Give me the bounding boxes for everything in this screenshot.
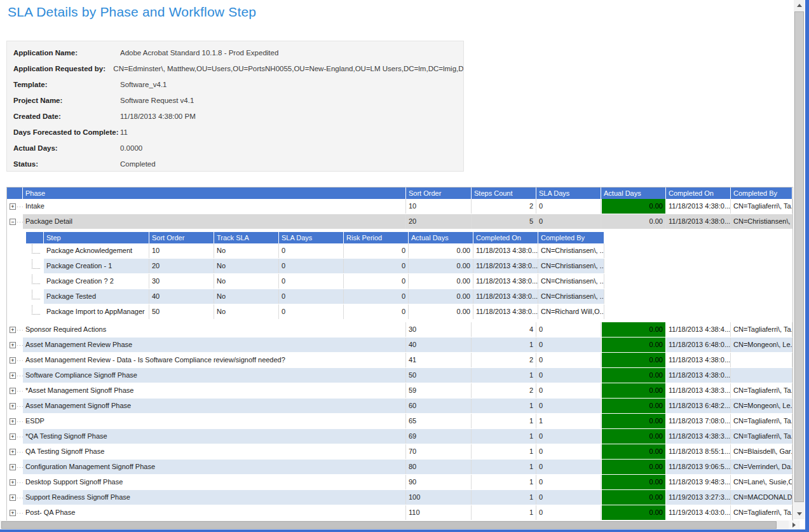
expand-icon[interactable]: + bbox=[10, 372, 16, 379]
expand-icon[interactable]: + bbox=[10, 433, 16, 440]
tree-branch-icon bbox=[32, 244, 40, 254]
cell-steps-count: 4 bbox=[472, 322, 536, 337]
phase-row[interactable]: +····Software Compliance Signoff Phase50… bbox=[7, 368, 792, 383]
tree-icon-cell: +···· bbox=[7, 399, 23, 413]
cell-sort-order: 10 bbox=[406, 199, 472, 214]
cell-sort-order: 20 bbox=[406, 214, 472, 229]
cell-completed-by: CN=Christiansen\, ... bbox=[538, 259, 604, 273]
phase-row[interactable]: −····Package Detail20500.0011/18/2013 4:… bbox=[7, 214, 792, 229]
cell-sort-order: 100 bbox=[406, 490, 472, 505]
expand-icon[interactable]: + bbox=[10, 357, 16, 364]
cell-completed-by: CN=Verrinder\, Da... bbox=[731, 460, 792, 474]
phase-row[interactable]: +····*Asset Management Signoff Phase5920… bbox=[7, 383, 792, 399]
info-row: Created Date:11/18/2013 4:38:00 PM bbox=[7, 108, 463, 124]
phase-row[interactable]: +····Configuration Management Signoff Ph… bbox=[7, 460, 792, 475]
vertical-scroll-thumb[interactable] bbox=[794, 11, 804, 502]
expand-icon[interactable]: + bbox=[10, 327, 16, 333]
grid-header-row: StepSort OrderTrack SLASLA DaysRisk Peri… bbox=[26, 232, 604, 243]
cell-completed-on: 11/18/2013 4:38:0... bbox=[666, 368, 731, 383]
cell-completed-by: CN=Tagliaferri\, Ta... bbox=[731, 505, 792, 520]
cell-completed-by: CN=Tagliaferri\, Ta... bbox=[731, 383, 792, 398]
cell-completed-on: 11/18/2013 4:38:3... bbox=[666, 383, 731, 398]
tree-icon-cell: +···· bbox=[7, 475, 23, 489]
cell-name: Package Creation - 1 bbox=[44, 259, 149, 273]
cell-sla-days: 0 bbox=[279, 259, 344, 273]
info-value: Adobe Acrobat Standard 10.1.8 - Prod Exp… bbox=[120, 49, 278, 57]
header-cell-sla-days: SLA Days bbox=[279, 232, 344, 243]
phase-row[interactable]: +····Support Readiness Signoff Phase1001… bbox=[7, 490, 792, 505]
cell-completed-on: 11/18/2013 4:38:0... bbox=[666, 353, 731, 367]
cell-completed-on: 11/18/2013 6:48:0... bbox=[666, 338, 731, 352]
collapse-icon[interactable]: − bbox=[10, 219, 16, 225]
cell-actual-days: 0.00 bbox=[409, 289, 473, 304]
info-label: Application Requested by: bbox=[13, 65, 113, 72]
expand-icon[interactable]: + bbox=[10, 203, 16, 210]
phase-row[interactable]: +····Sponsor Required Actions30400.0011/… bbox=[7, 322, 792, 338]
tree-branch-icon bbox=[32, 290, 40, 299]
scroll-right-button[interactable] bbox=[789, 521, 799, 529]
cell-sort-order: 69 bbox=[406, 429, 472, 444]
phase-row[interactable]: +····QA Testing Signoff Phase70100.0011/… bbox=[7, 444, 792, 460]
cell-sort-order: 70 bbox=[406, 444, 472, 459]
cell-name: Package Import to AppManager bbox=[44, 304, 149, 319]
cell-completed-by: CN=Tagliaferri\, Ta... bbox=[731, 199, 792, 214]
tree-icon-cell: +···· bbox=[7, 490, 23, 505]
cell-actual-days: 0.00 bbox=[409, 243, 473, 258]
expand-icon[interactable]: + bbox=[10, 479, 16, 486]
cell-completed-by: CN=Mongeon\, Le... bbox=[731, 399, 792, 413]
cell-completed-on: 11/18/2013 4:38:0... bbox=[473, 274, 538, 289]
phase-row[interactable]: +····*QA Testing Signoff Phase69100.0011… bbox=[7, 429, 792, 444]
header-cell-sort-order: Sort Order bbox=[406, 188, 472, 199]
step-row[interactable]: Package Creation ? 230No000.0011/18/2013… bbox=[26, 274, 604, 289]
cell-sla-days: 0 bbox=[536, 490, 601, 505]
step-row[interactable]: Package Tested40No000.0011/18/2013 4:38:… bbox=[26, 289, 604, 304]
phase-row[interactable]: +····Asset Management Review Phase40100.… bbox=[7, 338, 792, 353]
step-row[interactable]: Package Import to AppManager50No000.0011… bbox=[26, 304, 604, 320]
info-label: Days Forecasted to Complete: bbox=[13, 128, 120, 136]
cell-completed-by: CN=Christiansen\, ... bbox=[538, 289, 604, 304]
expand-icon[interactable]: + bbox=[10, 494, 16, 501]
cell-steps-count: 1 bbox=[472, 399, 536, 413]
cell-completed-by: CN=Blaisdell\, Gar... bbox=[731, 444, 792, 459]
phase-row[interactable]: +····Asset Management Review - Data - Is… bbox=[7, 353, 792, 368]
step-row[interactable]: Package Acknowledgement10No000.0011/18/2… bbox=[26, 243, 604, 259]
expand-icon[interactable]: + bbox=[10, 464, 16, 470]
phase-row[interactable]: +····ESDP65110.0011/18/2013 7:08:0...CN=… bbox=[7, 414, 792, 429]
expand-icon[interactable]: + bbox=[10, 388, 16, 394]
cell-sla-days: 1 bbox=[536, 414, 601, 428]
cell-actual-days: 0.00 bbox=[601, 353, 666, 367]
header-cell-track-sla: Track SLA bbox=[214, 232, 279, 243]
horizontal-scrollbar[interactable] bbox=[0, 521, 799, 529]
expand-icon[interactable]: + bbox=[10, 418, 16, 425]
header-cell-completed-by: Completed By bbox=[731, 188, 792, 199]
cell-steps-count: 1 bbox=[472, 414, 536, 428]
expand-icon[interactable]: + bbox=[10, 342, 16, 348]
cell-sort-order: 30 bbox=[406, 322, 472, 337]
cell-completed-on: 11/18/2013 7:08:0... bbox=[666, 414, 731, 428]
tree-dots-icon: ···· bbox=[17, 342, 23, 348]
expand-icon[interactable]: + bbox=[10, 510, 16, 516]
step-row[interactable]: Package Creation - 120No000.0011/18/2013… bbox=[26, 259, 604, 274]
cell-actual-days: 0.00 bbox=[601, 199, 666, 214]
tree-icon-cell: +···· bbox=[7, 429, 23, 444]
expand-icon[interactable]: + bbox=[10, 403, 16, 409]
info-row: Application Name:Adobe Acrobat Standard … bbox=[7, 44, 463, 60]
horizontal-scroll-thumb[interactable] bbox=[1, 521, 777, 529]
cell-completed-on: 11/18/2013 9:06:5... bbox=[666, 460, 731, 474]
phase-row[interactable]: +····Asset Management Signoff Phase60100… bbox=[7, 399, 792, 414]
phase-row[interactable]: +····Intake10200.0011/18/2013 4:38:0...C… bbox=[7, 199, 792, 214]
tree-icon-cell bbox=[26, 304, 44, 319]
phase-row[interactable]: +····Desktop Support Signoff Phase90100.… bbox=[7, 475, 792, 490]
cell-sla-days: 0 bbox=[279, 304, 344, 319]
phase-row[interactable]: +····Post- QA Phase110100.0011/19/2013 4… bbox=[7, 505, 792, 521]
expand-icon[interactable]: + bbox=[10, 449, 16, 455]
info-row: Project Name:Software Request v4.1 bbox=[7, 92, 463, 108]
vertical-scrollbar[interactable] bbox=[794, 0, 805, 519]
scroll-up-button[interactable] bbox=[794, 0, 805, 11]
info-value: 0.0000 bbox=[120, 144, 142, 152]
info-value: CN=Edminster\, Matthew,OU=Users,OU=Ports… bbox=[113, 65, 463, 72]
cell-actual-days: 0.00 bbox=[601, 429, 666, 444]
info-label: Project Name: bbox=[13, 97, 120, 104]
scroll-down-button[interactable] bbox=[794, 508, 805, 519]
cell-completed-by bbox=[731, 368, 792, 383]
